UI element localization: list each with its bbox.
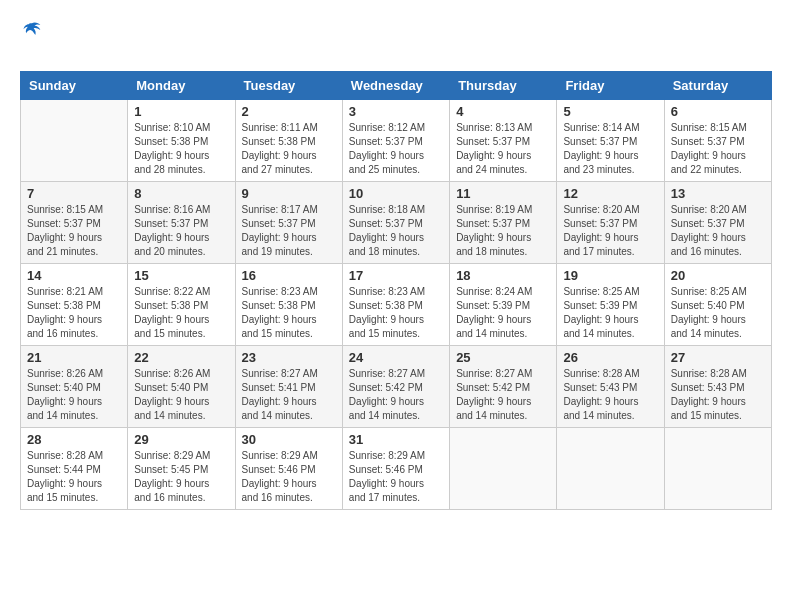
day-number: 17 xyxy=(349,268,443,283)
calendar-day-cell: 2Sunrise: 8:11 AMSunset: 5:38 PMDaylight… xyxy=(235,100,342,182)
day-number: 15 xyxy=(134,268,228,283)
day-number: 16 xyxy=(242,268,336,283)
weekday-header-cell: Saturday xyxy=(664,72,771,100)
calendar-day-cell: 31Sunrise: 8:29 AMSunset: 5:46 PMDayligh… xyxy=(342,428,449,510)
day-number: 13 xyxy=(671,186,765,201)
calendar-day-cell: 18Sunrise: 8:24 AMSunset: 5:39 PMDayligh… xyxy=(450,264,557,346)
day-info: Sunrise: 8:29 AMSunset: 5:46 PMDaylight:… xyxy=(242,449,336,505)
weekday-header-cell: Friday xyxy=(557,72,664,100)
day-info: Sunrise: 8:27 AMSunset: 5:42 PMDaylight:… xyxy=(349,367,443,423)
weekday-header-cell: Wednesday xyxy=(342,72,449,100)
calendar-day-cell: 13Sunrise: 8:20 AMSunset: 5:37 PMDayligh… xyxy=(664,182,771,264)
calendar-day-cell: 5Sunrise: 8:14 AMSunset: 5:37 PMDaylight… xyxy=(557,100,664,182)
day-info: Sunrise: 8:26 AMSunset: 5:40 PMDaylight:… xyxy=(134,367,228,423)
calendar-day-cell: 7Sunrise: 8:15 AMSunset: 5:37 PMDaylight… xyxy=(21,182,128,264)
day-info: Sunrise: 8:25 AMSunset: 5:40 PMDaylight:… xyxy=(671,285,765,341)
calendar-day-cell: 17Sunrise: 8:23 AMSunset: 5:38 PMDayligh… xyxy=(342,264,449,346)
calendar-day-cell: 12Sunrise: 8:20 AMSunset: 5:37 PMDayligh… xyxy=(557,182,664,264)
calendar-day-cell: 8Sunrise: 8:16 AMSunset: 5:37 PMDaylight… xyxy=(128,182,235,264)
day-info: Sunrise: 8:13 AMSunset: 5:37 PMDaylight:… xyxy=(456,121,550,177)
day-info: Sunrise: 8:15 AMSunset: 5:37 PMDaylight:… xyxy=(671,121,765,177)
calendar-day-cell: 22Sunrise: 8:26 AMSunset: 5:40 PMDayligh… xyxy=(128,346,235,428)
day-info: Sunrise: 8:22 AMSunset: 5:38 PMDaylight:… xyxy=(134,285,228,341)
calendar-day-cell: 29Sunrise: 8:29 AMSunset: 5:45 PMDayligh… xyxy=(128,428,235,510)
weekday-header-cell: Thursday xyxy=(450,72,557,100)
day-number: 4 xyxy=(456,104,550,119)
weekday-header-cell: Tuesday xyxy=(235,72,342,100)
calendar-day-cell: 9Sunrise: 8:17 AMSunset: 5:37 PMDaylight… xyxy=(235,182,342,264)
day-info: Sunrise: 8:16 AMSunset: 5:37 PMDaylight:… xyxy=(134,203,228,259)
day-info: Sunrise: 8:23 AMSunset: 5:38 PMDaylight:… xyxy=(242,285,336,341)
day-number: 6 xyxy=(671,104,765,119)
calendar-day-cell: 15Sunrise: 8:22 AMSunset: 5:38 PMDayligh… xyxy=(128,264,235,346)
day-info: Sunrise: 8:24 AMSunset: 5:39 PMDaylight:… xyxy=(456,285,550,341)
weekday-header-cell: Sunday xyxy=(21,72,128,100)
calendar-day-cell: 1Sunrise: 8:10 AMSunset: 5:38 PMDaylight… xyxy=(128,100,235,182)
calendar-day-cell: 4Sunrise: 8:13 AMSunset: 5:37 PMDaylight… xyxy=(450,100,557,182)
day-number: 24 xyxy=(349,350,443,365)
day-number: 8 xyxy=(134,186,228,201)
day-info: Sunrise: 8:27 AMSunset: 5:42 PMDaylight:… xyxy=(456,367,550,423)
calendar-day-cell xyxy=(450,428,557,510)
calendar-day-cell: 30Sunrise: 8:29 AMSunset: 5:46 PMDayligh… xyxy=(235,428,342,510)
day-number: 30 xyxy=(242,432,336,447)
day-info: Sunrise: 8:11 AMSunset: 5:38 PMDaylight:… xyxy=(242,121,336,177)
day-info: Sunrise: 8:29 AMSunset: 5:45 PMDaylight:… xyxy=(134,449,228,505)
day-number: 19 xyxy=(563,268,657,283)
day-number: 2 xyxy=(242,104,336,119)
day-info: Sunrise: 8:18 AMSunset: 5:37 PMDaylight:… xyxy=(349,203,443,259)
calendar-week-row: 21Sunrise: 8:26 AMSunset: 5:40 PMDayligh… xyxy=(21,346,772,428)
day-info: Sunrise: 8:28 AMSunset: 5:43 PMDaylight:… xyxy=(671,367,765,423)
calendar-day-cell: 26Sunrise: 8:28 AMSunset: 5:43 PMDayligh… xyxy=(557,346,664,428)
day-info: Sunrise: 8:10 AMSunset: 5:38 PMDaylight:… xyxy=(134,121,228,177)
weekday-header-cell: Monday xyxy=(128,72,235,100)
logo-bird-icon xyxy=(22,20,42,40)
calendar-week-row: 14Sunrise: 8:21 AMSunset: 5:38 PMDayligh… xyxy=(21,264,772,346)
weekday-header-row: SundayMondayTuesdayWednesdayThursdayFrid… xyxy=(21,72,772,100)
day-number: 22 xyxy=(134,350,228,365)
day-number: 23 xyxy=(242,350,336,365)
calendar-day-cell: 27Sunrise: 8:28 AMSunset: 5:43 PMDayligh… xyxy=(664,346,771,428)
day-number: 21 xyxy=(27,350,121,365)
calendar-week-row: 1Sunrise: 8:10 AMSunset: 5:38 PMDaylight… xyxy=(21,100,772,182)
day-info: Sunrise: 8:29 AMSunset: 5:46 PMDaylight:… xyxy=(349,449,443,505)
day-number: 9 xyxy=(242,186,336,201)
day-number: 26 xyxy=(563,350,657,365)
calendar-day-cell xyxy=(664,428,771,510)
calendar-body: 1Sunrise: 8:10 AMSunset: 5:38 PMDaylight… xyxy=(21,100,772,510)
day-number: 3 xyxy=(349,104,443,119)
day-number: 5 xyxy=(563,104,657,119)
page-header xyxy=(20,20,772,61)
day-number: 28 xyxy=(27,432,121,447)
day-number: 7 xyxy=(27,186,121,201)
day-info: Sunrise: 8:12 AMSunset: 5:37 PMDaylight:… xyxy=(349,121,443,177)
calendar-day-cell xyxy=(557,428,664,510)
day-number: 12 xyxy=(563,186,657,201)
day-number: 10 xyxy=(349,186,443,201)
calendar-day-cell: 24Sunrise: 8:27 AMSunset: 5:42 PMDayligh… xyxy=(342,346,449,428)
calendar-day-cell: 11Sunrise: 8:19 AMSunset: 5:37 PMDayligh… xyxy=(450,182,557,264)
day-number: 31 xyxy=(349,432,443,447)
day-info: Sunrise: 8:19 AMSunset: 5:37 PMDaylight:… xyxy=(456,203,550,259)
day-info: Sunrise: 8:25 AMSunset: 5:39 PMDaylight:… xyxy=(563,285,657,341)
day-number: 27 xyxy=(671,350,765,365)
day-info: Sunrise: 8:14 AMSunset: 5:37 PMDaylight:… xyxy=(563,121,657,177)
calendar-week-row: 7Sunrise: 8:15 AMSunset: 5:37 PMDaylight… xyxy=(21,182,772,264)
day-number: 20 xyxy=(671,268,765,283)
day-number: 1 xyxy=(134,104,228,119)
calendar-day-cell: 28Sunrise: 8:28 AMSunset: 5:44 PMDayligh… xyxy=(21,428,128,510)
calendar-week-row: 28Sunrise: 8:28 AMSunset: 5:44 PMDayligh… xyxy=(21,428,772,510)
calendar-day-cell: 16Sunrise: 8:23 AMSunset: 5:38 PMDayligh… xyxy=(235,264,342,346)
day-info: Sunrise: 8:17 AMSunset: 5:37 PMDaylight:… xyxy=(242,203,336,259)
day-info: Sunrise: 8:26 AMSunset: 5:40 PMDaylight:… xyxy=(27,367,121,423)
day-info: Sunrise: 8:23 AMSunset: 5:38 PMDaylight:… xyxy=(349,285,443,341)
calendar-table: SundayMondayTuesdayWednesdayThursdayFrid… xyxy=(20,71,772,510)
day-number: 14 xyxy=(27,268,121,283)
calendar-day-cell: 10Sunrise: 8:18 AMSunset: 5:37 PMDayligh… xyxy=(342,182,449,264)
day-number: 25 xyxy=(456,350,550,365)
calendar-day-cell: 23Sunrise: 8:27 AMSunset: 5:41 PMDayligh… xyxy=(235,346,342,428)
day-info: Sunrise: 8:20 AMSunset: 5:37 PMDaylight:… xyxy=(671,203,765,259)
calendar-day-cell: 21Sunrise: 8:26 AMSunset: 5:40 PMDayligh… xyxy=(21,346,128,428)
day-number: 18 xyxy=(456,268,550,283)
day-number: 29 xyxy=(134,432,228,447)
